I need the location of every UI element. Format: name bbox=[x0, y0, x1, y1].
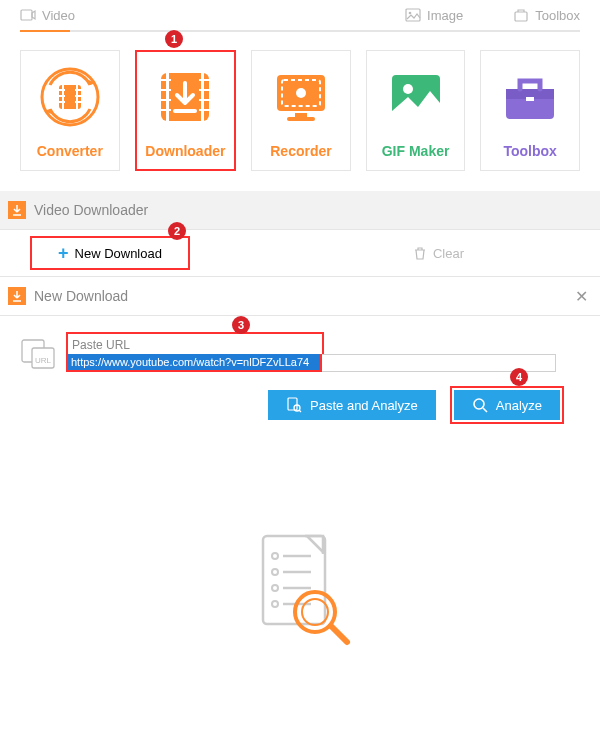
tab-video[interactable]: Video bbox=[20, 7, 75, 23]
search-icon bbox=[472, 397, 488, 413]
new-download-button[interactable]: + New Download bbox=[30, 236, 190, 270]
trash-icon bbox=[413, 246, 427, 260]
section-title-1: Video Downloader bbox=[34, 202, 148, 218]
url-input[interactable]: https://www.youtube.com/watch?v=nlDFZvLL… bbox=[68, 354, 320, 370]
analyze-label: Analyze bbox=[496, 398, 542, 413]
plus-icon: + bbox=[58, 244, 69, 262]
tab-image[interactable]: Image bbox=[405, 7, 463, 23]
svg-rect-20 bbox=[161, 89, 171, 91]
svg-point-51 bbox=[272, 569, 278, 575]
section-new-download: New Download ✕ bbox=[0, 276, 600, 316]
svg-rect-13 bbox=[75, 89, 81, 91]
svg-point-2 bbox=[409, 12, 412, 15]
svg-rect-32 bbox=[287, 117, 315, 121]
image-icon bbox=[405, 7, 421, 23]
tab-video-label: Video bbox=[42, 8, 75, 23]
download-badge-icon bbox=[8, 201, 26, 219]
empty-state-illustration bbox=[0, 430, 600, 680]
tool-toolbox-label: Toolbox bbox=[503, 143, 556, 159]
svg-line-45 bbox=[299, 410, 301, 412]
svg-rect-23 bbox=[199, 79, 209, 81]
svg-point-55 bbox=[272, 601, 278, 607]
clear-label: Clear bbox=[433, 246, 464, 261]
downloader-icon bbox=[155, 67, 215, 127]
tab-toolbox[interactable]: Toolbox bbox=[513, 7, 580, 23]
new-download-label: New Download bbox=[75, 246, 162, 261]
toolbox-tab-icon bbox=[513, 7, 529, 23]
svg-point-34 bbox=[403, 84, 413, 94]
svg-point-46 bbox=[474, 399, 484, 409]
tool-toolbox[interactable]: Toolbox bbox=[480, 50, 580, 171]
svg-rect-12 bbox=[59, 101, 65, 103]
svg-rect-3 bbox=[515, 12, 527, 21]
callout-2: 2 bbox=[168, 222, 186, 240]
close-button[interactable]: ✕ bbox=[575, 287, 588, 306]
svg-rect-21 bbox=[161, 99, 171, 101]
toolbox-icon bbox=[500, 67, 560, 127]
svg-text:URL: URL bbox=[35, 356, 52, 365]
download-badge-icon-2 bbox=[8, 287, 26, 305]
svg-line-47 bbox=[483, 408, 487, 412]
svg-rect-10 bbox=[59, 89, 65, 91]
recorder-icon bbox=[271, 67, 331, 127]
callout-1: 1 bbox=[165, 30, 183, 48]
svg-rect-26 bbox=[199, 109, 209, 111]
svg-rect-24 bbox=[199, 89, 209, 91]
svg-rect-43 bbox=[288, 398, 297, 410]
svg-rect-0 bbox=[21, 10, 32, 20]
url-paste-icon: URL bbox=[20, 332, 56, 374]
video-icon bbox=[20, 7, 36, 23]
section-title-2: New Download bbox=[34, 288, 128, 304]
tool-downloader-label: Downloader bbox=[145, 143, 225, 159]
svg-rect-22 bbox=[161, 109, 171, 111]
svg-rect-14 bbox=[75, 95, 81, 97]
paste-analyze-button[interactable]: Paste and Analyze bbox=[268, 390, 436, 420]
svg-point-49 bbox=[272, 553, 278, 559]
url-hint: Paste URL bbox=[72, 338, 130, 352]
svg-rect-31 bbox=[295, 113, 307, 117]
svg-line-59 bbox=[331, 626, 347, 642]
svg-point-30 bbox=[296, 88, 306, 98]
tool-gifmaker[interactable]: GIF Maker bbox=[366, 50, 466, 171]
svg-rect-37 bbox=[526, 97, 534, 101]
clear-button[interactable]: Clear bbox=[387, 240, 490, 267]
callout-4: 4 bbox=[510, 368, 528, 386]
section-video-downloader: Video Downloader bbox=[0, 191, 600, 230]
tool-recorder[interactable]: Recorder bbox=[251, 50, 351, 171]
svg-rect-19 bbox=[161, 79, 171, 81]
tab-toolbox-label: Toolbox bbox=[535, 8, 580, 23]
paste-analyze-label: Paste and Analyze bbox=[310, 398, 418, 413]
tool-gifmaker-label: GIF Maker bbox=[382, 143, 450, 159]
converter-icon bbox=[40, 67, 100, 127]
gifmaker-icon bbox=[386, 67, 446, 127]
callout-3: 3 bbox=[232, 316, 250, 334]
svg-rect-25 bbox=[199, 99, 209, 101]
analyze-button[interactable]: Analyze bbox=[454, 390, 560, 420]
svg-point-53 bbox=[272, 585, 278, 591]
svg-rect-11 bbox=[59, 95, 65, 97]
tool-converter[interactable]: Converter bbox=[20, 50, 120, 171]
tool-converter-label: Converter bbox=[37, 143, 103, 159]
svg-rect-15 bbox=[75, 101, 81, 103]
paste-search-icon bbox=[286, 397, 302, 413]
tab-image-label: Image bbox=[427, 8, 463, 23]
tool-downloader[interactable]: Downloader bbox=[135, 50, 237, 171]
tool-recorder-label: Recorder bbox=[270, 143, 331, 159]
